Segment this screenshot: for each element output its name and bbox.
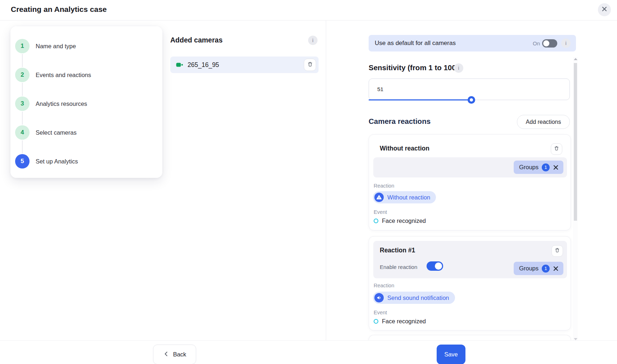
stepper-card: 1 Name and type 2 Events and reactions 3… (10, 26, 162, 178)
event-ring-icon (374, 319, 378, 324)
step-number: 4 (15, 125, 30, 140)
back-button[interactable]: Back (153, 345, 196, 364)
reaction-value-pill[interactable]: Without reaction (373, 191, 436, 203)
event-row: Face recognized (374, 318, 426, 325)
step-connector (22, 83, 23, 96)
step-connector (22, 112, 23, 125)
step-label: Events and reactions (36, 68, 91, 82)
event-field-label: Event (374, 209, 387, 215)
close-icon (602, 6, 607, 13)
step-label: Set up Analytics (36, 154, 78, 168)
groups-chip[interactable]: Groups 1 (514, 161, 563, 174)
speaker-icon (374, 293, 384, 302)
scrollbar-up-arrow-icon[interactable] (574, 58, 577, 60)
groups-count-badge: 1 (542, 163, 550, 171)
reaction-field-label: Reaction (374, 283, 394, 288)
sensitivity-info-icon[interactable]: i (454, 63, 463, 73)
reaction-value-text: Send sound notification (387, 295, 449, 301)
added-cameras-heading: Added cameras (170, 36, 222, 44)
delete-camera-button[interactable] (304, 59, 316, 71)
remove-groups-icon[interactable] (553, 165, 559, 170)
groups-chip-label: Groups (519, 265, 539, 272)
camera-name: 265_16_95 (188, 61, 219, 69)
reaction-card-reaction-1: Reaction #1 Enable reaction Groups 1 Re (369, 236, 571, 331)
add-reactions-button[interactable]: Add reactions (517, 115, 570, 129)
camera-list-item: 265_16_95 (170, 57, 319, 73)
step-label: Analytics resources (36, 96, 87, 111)
default-toggle-state-label: On (533, 35, 540, 51)
creating-analytics-case-dialog: Creating an Analytics case 1 Name and ty… (0, 0, 617, 364)
event-ring-icon (374, 219, 378, 223)
step-label: Select cameras (36, 125, 77, 140)
scrollbar-thumb[interactable] (574, 63, 577, 221)
event-value-text: Face recognized (382, 217, 426, 224)
delete-reaction-button[interactable] (551, 143, 562, 155)
reaction-card-partial (369, 335, 571, 340)
remove-groups-icon[interactable] (553, 266, 559, 271)
step-connector (22, 54, 23, 67)
default-banner-info-icon[interactable]: i (561, 39, 571, 48)
event-row: Face recognized (374, 217, 426, 224)
sensitivity-slider[interactable] (369, 99, 570, 101)
camera-icon (176, 62, 183, 68)
delete-reaction-button[interactable] (551, 245, 563, 257)
step-item-set-up-analytics[interactable]: 5 Set up Analytics (10, 154, 162, 168)
reaction-value-pill[interactable]: Send sound notification (373, 292, 455, 304)
toggle-knob (543, 40, 549, 46)
enable-reaction-toggle[interactable] (427, 261, 443, 271)
event-value-text: Face recognized (382, 318, 426, 325)
step-item-select-cameras[interactable]: 4 Select cameras (10, 125, 162, 140)
enable-reaction-label: Enable reaction (380, 264, 417, 270)
step-connector (22, 140, 23, 153)
reaction-card-title: Without reaction (380, 145, 429, 152)
step-number: 2 (15, 68, 30, 82)
sensitivity-heading: Sensitivity (from 1 to 100) (369, 63, 458, 72)
reaction-field-label: Reaction (374, 183, 394, 189)
reaction-value-text: Without reaction (387, 194, 430, 201)
dialog-footer: Back Save (0, 340, 617, 364)
step-number: 3 (15, 96, 30, 111)
groups-count-badge: 1 (542, 265, 550, 273)
back-button-label: Back (173, 351, 186, 358)
dialog-header: Creating an Analytics case (0, 0, 617, 21)
sensitivity-value: 51 (377, 79, 383, 100)
page-title: Creating an Analytics case (11, 5, 107, 14)
reaction-card-without-reaction: Without reaction Groups 1 Reaction (369, 134, 571, 230)
right-panel-scrollbar[interactable] (573, 57, 578, 341)
trash-icon (554, 247, 560, 255)
step-number: 1 (15, 39, 30, 53)
trash-icon (554, 145, 559, 153)
step-item-name-and-type[interactable]: 1 Name and type (10, 39, 162, 53)
warning-triangle-icon (374, 193, 384, 202)
default-cameras-toggle[interactable] (542, 39, 557, 48)
groups-band: Groups 1 (373, 157, 567, 177)
reaction-header-band: Reaction #1 Enable reaction Groups 1 (373, 241, 567, 278)
step-number-active: 5 (15, 154, 30, 168)
column-divider (326, 21, 326, 340)
trash-icon (307, 61, 313, 69)
groups-chip[interactable]: Groups 1 (514, 262, 563, 275)
event-field-label: Event (374, 310, 387, 315)
camera-reactions-heading: Camera reactions (369, 117, 431, 126)
close-button[interactable] (598, 3, 611, 16)
step-item-analytics-resources[interactable]: 3 Analytics resources (10, 96, 162, 111)
default-for-all-cameras-banner: Use as default for all cameras On i (369, 35, 576, 51)
default-banner-label: Use as default for all cameras (375, 35, 456, 51)
groups-chip-label: Groups (519, 164, 539, 171)
sensitivity-slider-fill (369, 99, 471, 100)
chevron-left-icon (163, 351, 170, 359)
save-button[interactable]: Save (437, 345, 465, 364)
step-label: Name and type (36, 39, 76, 53)
reaction-card-title: Reaction #1 (380, 247, 415, 254)
sensitivity-slider-thumb[interactable] (468, 96, 475, 104)
step-item-events-and-reactions[interactable]: 2 Events and reactions (10, 68, 162, 82)
added-cameras-info-icon[interactable]: i (308, 36, 317, 45)
toggle-knob (435, 262, 442, 270)
